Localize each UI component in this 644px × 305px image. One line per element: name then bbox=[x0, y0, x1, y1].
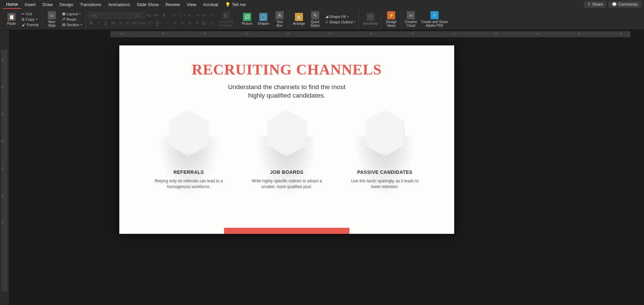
picture-button[interactable]: 🖼Picture bbox=[240, 12, 255, 26]
layout-icon: ▦ bbox=[62, 12, 65, 16]
adobe-pdf-button[interactable]: ⎘Create and Share Adobe PDF bbox=[420, 11, 449, 28]
outdent-button[interactable]: ⇤ bbox=[186, 12, 193, 19]
menu-right: ⇪Share 💬Comments bbox=[584, 1, 641, 8]
new-slide-button[interactable]: ▭ New Slide bbox=[44, 11, 59, 28]
align-left-button[interactable]: ≡ bbox=[172, 20, 178, 26]
tab-transitions[interactable]: Transitions bbox=[77, 0, 105, 9]
ruler-h-num: 5 bbox=[162, 32, 164, 35]
columns-button[interactable]: ▥ bbox=[201, 20, 208, 26]
shape-outline-button[interactable]: ◇Shape Outline▾ bbox=[324, 19, 357, 24]
new-slide-label: New Slide bbox=[48, 20, 56, 27]
tab-insert[interactable]: Insert bbox=[21, 0, 39, 9]
slide[interactable]: RECRUITING CHANNELS Understand the chann… bbox=[119, 45, 454, 234]
creative-cloud-button[interactable]: ∞Creative Cloud bbox=[403, 11, 418, 28]
scissors-icon: ✂ bbox=[22, 12, 25, 16]
smartart-label: Convert to SmartArt bbox=[218, 20, 234, 27]
slide-subtitle[interactable]: Understand the channels to find the most… bbox=[119, 83, 454, 100]
tab-animations[interactable]: Animations bbox=[105, 0, 133, 9]
new-slide-icon: ▭ bbox=[48, 11, 56, 19]
tab-view[interactable]: View bbox=[183, 0, 200, 9]
text-direction-button[interactable]: ↕ bbox=[209, 12, 216, 19]
accent-bar bbox=[224, 228, 349, 234]
underline-button[interactable]: U bbox=[103, 20, 109, 26]
tab-acrobat[interactable]: Acrobat bbox=[200, 0, 222, 9]
card-passive[interactable]: PASSIVE CANDIDATES Use this tactic spari… bbox=[342, 109, 427, 189]
card-jobboards[interactable]: JOB BOARDS Write highly specific notices… bbox=[244, 109, 329, 189]
superscript-button[interactable]: x² bbox=[118, 20, 124, 26]
shapes-label: Shapes bbox=[258, 22, 269, 25]
shrink-font-button[interactable]: A▾ bbox=[153, 12, 160, 19]
sensitivity-button[interactable]: 🛡Sensitivity bbox=[361, 12, 379, 26]
comments-button[interactable]: 💬Comments bbox=[608, 1, 641, 8]
font-color-button[interactable]: A bbox=[155, 20, 162, 26]
font-size-combo[interactable] bbox=[133, 12, 145, 19]
smartart-button[interactable]: ◧ Convert to SmartArt bbox=[217, 11, 235, 28]
align-text-button[interactable]: ⎕ bbox=[209, 20, 216, 26]
layout-label: Layout bbox=[67, 12, 78, 16]
format-painter-button[interactable]: 🖌Format bbox=[20, 22, 40, 27]
spacing-button[interactable]: AV bbox=[133, 20, 139, 26]
share-button[interactable]: ⇪Share bbox=[584, 1, 606, 8]
fill-icon: ◢ bbox=[325, 14, 328, 19]
italic-button[interactable]: I bbox=[95, 20, 102, 26]
shapefill-label: Shape Fill bbox=[329, 15, 346, 19]
cut-button[interactable]: ✂Cut bbox=[20, 12, 40, 17]
align-right-button[interactable]: ≡ bbox=[186, 20, 193, 26]
tab-review[interactable]: Review bbox=[162, 0, 183, 9]
line-spacing-button[interactable]: ≡ bbox=[201, 12, 208, 19]
ruler-v-num: 3 bbox=[2, 58, 3, 61]
menu-tabs: Home Insert Draw Design Transitions Anim… bbox=[3, 0, 249, 9]
reset-button[interactable]: ↺Reset bbox=[61, 17, 83, 22]
slide-canvas[interactable]: 6 5 4 3 2 1 0 1 2 3 4 5 6 RECRUITING CHA… bbox=[9, 30, 644, 305]
section-button[interactable]: ▤Section▾ bbox=[61, 22, 83, 27]
design-ideas-button[interactable]: ⚡Design Ideas bbox=[384, 11, 399, 28]
shape-fill-button[interactable]: ◢Shape Fill▾ bbox=[324, 14, 357, 19]
clear-format-button[interactable]: A̷ bbox=[160, 12, 167, 19]
sensitivity-icon: 🛡 bbox=[366, 13, 375, 21]
layout-button[interactable]: ▦Layout▾ bbox=[61, 11, 83, 16]
tab-home[interactable]: Home bbox=[3, 0, 21, 9]
slide-title[interactable]: RECRUITING CHANNELS bbox=[119, 61, 454, 78]
shapes-button[interactable]: ◯Shapes bbox=[256, 12, 271, 26]
ruler-h-num: 2 bbox=[287, 32, 289, 35]
change-case-button[interactable]: Aa bbox=[140, 20, 147, 26]
numbering-button[interactable]: 1. bbox=[179, 12, 186, 19]
strike-button[interactable]: ab bbox=[110, 20, 117, 26]
ruler-v-num: 0 bbox=[2, 140, 3, 143]
indent-button[interactable]: ⇥ bbox=[194, 12, 201, 19]
chevron-down-icon: ▾ bbox=[354, 21, 356, 23]
grow-font-button[interactable]: A▴ bbox=[145, 12, 152, 19]
ruler-h-num: 2 bbox=[454, 32, 455, 35]
card-referrals[interactable]: REFERRALS Relying only on referrals can … bbox=[146, 109, 231, 189]
align-center-button[interactable]: ≡ bbox=[179, 20, 186, 26]
reset-label: Reset bbox=[66, 17, 76, 21]
menu-bar: Home Insert Draw Design Transitions Anim… bbox=[0, 0, 644, 9]
tell-me[interactable]: 💡Tell me bbox=[222, 0, 249, 9]
arrange-icon: ▣ bbox=[295, 13, 303, 21]
bullets-button[interactable]: • bbox=[172, 12, 178, 19]
group-designer: ⚡Design Ideas bbox=[382, 9, 401, 29]
group-font: A▴ A▾ A̷ B I U ab x² x₂ AV Aa 🖍 A bbox=[86, 9, 169, 29]
tab-design[interactable]: Design bbox=[56, 0, 77, 9]
highlight-button[interactable]: 🖍 bbox=[147, 20, 154, 26]
chevron-down-icon: ▾ bbox=[347, 15, 349, 18]
pdf-label: Create and Share Adobe PDF bbox=[421, 20, 448, 27]
pdf-icon: ⎘ bbox=[430, 11, 439, 19]
font-name-combo[interactable] bbox=[88, 12, 132, 19]
textbox-button[interactable]: AText Box bbox=[272, 11, 287, 28]
paste-button[interactable]: 📋 Paste bbox=[4, 12, 19, 26]
arrange-button[interactable]: ▣Arrange bbox=[291, 12, 306, 26]
ruler-h-num: 4 bbox=[537, 32, 538, 35]
ruler-h-num: 3 bbox=[246, 32, 247, 35]
tab-draw[interactable]: Draw bbox=[39, 0, 56, 9]
ruler-h-num: 3 bbox=[495, 32, 497, 35]
tab-slideshow[interactable]: Slide Show bbox=[133, 0, 162, 9]
group-insert: 🖼Picture ◯Shapes AText Box bbox=[238, 9, 289, 29]
quick-styles-button[interactable]: ✎Quick Styles bbox=[308, 11, 323, 28]
ruler-vertical: 3 2 1 0 1 2 3 bbox=[0, 30, 9, 305]
bold-button[interactable]: B bbox=[88, 20, 95, 26]
copy-button[interactable]: ⧉Copy▾ bbox=[20, 17, 40, 22]
subscript-button[interactable]: x₂ bbox=[125, 20, 132, 26]
group-clipboard: 📋 Paste ✂Cut ⧉Copy▾ 🖌Format bbox=[2, 9, 42, 29]
justify-button[interactable]: ≡ bbox=[194, 20, 201, 26]
